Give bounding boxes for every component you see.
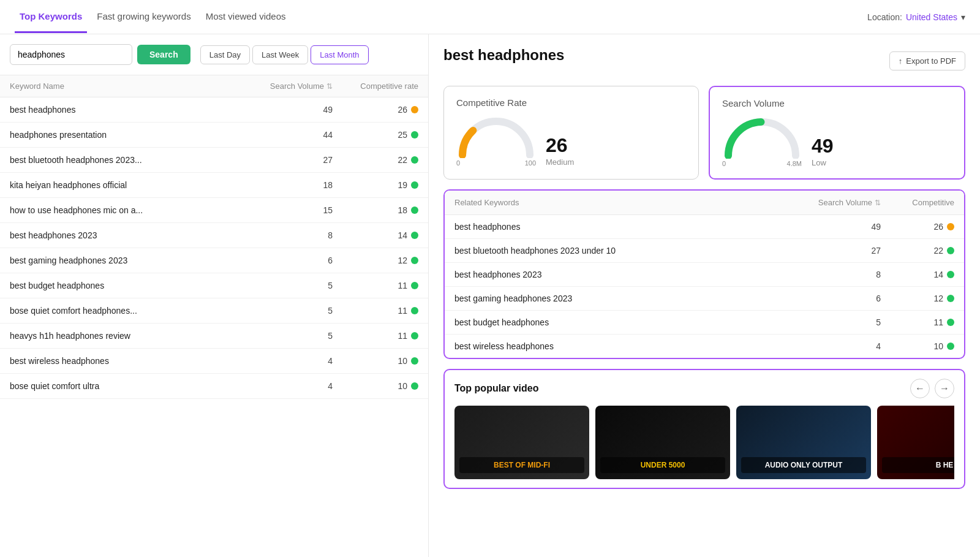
related-row[interactable]: best headphones 49 26 [445, 215, 964, 239]
related-cell-rate: 26 [881, 222, 954, 232]
video-thumb[interactable]: UNDER 5000 [595, 406, 730, 479]
cell-rate: 25 [333, 130, 418, 140]
search-volume-title: Search Volume [722, 98, 952, 108]
competitive-rate-label: Medium [546, 157, 574, 167]
cell-rate: 18 [333, 205, 418, 215]
app-root: Top Keywords Fast growing keywords Most … [0, 0, 980, 557]
metric-value-volume: 49 Low [812, 136, 834, 167]
export-button[interactable]: ↑ Export to PDF [889, 51, 965, 70]
sort-volume-icon[interactable]: ⇅ [326, 82, 333, 91]
table-row[interactable]: best gaming headphones 2023 6 12 [0, 248, 428, 273]
video-thumb-label: UNDER 5000 [600, 457, 725, 473]
search-volume-gauge: 0 4.8M 49 Low [722, 116, 952, 167]
related-col-rate-header: Competitive [881, 198, 954, 207]
related-cell-kw: best gaming headphones 2023 [454, 294, 807, 303]
search-volume-label: Low [812, 158, 834, 167]
related-rate-dot [947, 271, 954, 278]
video-thumb-label: B HE [882, 457, 954, 473]
sort-related-volume-icon[interactable]: ⇅ [875, 199, 881, 207]
location-link[interactable]: United States [906, 12, 957, 22]
related-row[interactable]: best gaming headphones 2023 6 12 [445, 287, 964, 311]
related-cell-kw: best headphones 2023 [454, 270, 807, 279]
table-row[interactable]: bose quiet comfort headphones... 5 11 [0, 298, 428, 324]
related-cell-kw: best wireless headphones [454, 341, 807, 351]
prev-arrow[interactable]: ← [910, 379, 930, 398]
related-row[interactable]: best bluetooth headphones 2023 under 10 … [445, 239, 964, 263]
cell-volume: 4 [253, 356, 333, 366]
cell-keyword: how to use headphones mic on a... [10, 205, 253, 215]
videos-header: Top popular video ← → [454, 379, 954, 398]
table-row[interactable]: heavys h1h headphones review 5 11 [0, 324, 428, 349]
gauge-svg-volume [722, 116, 802, 159]
related-rate-dot [947, 319, 954, 326]
cell-volume: 44 [253, 130, 333, 140]
col-keyword-header: Keyword Name [10, 81, 253, 91]
search-bar: Search Last Day Last Week Last Month [0, 34, 428, 75]
cell-keyword: bose quiet comfort ultra [10, 381, 253, 391]
cell-rate: 11 [333, 281, 418, 290]
related-rate-dot [947, 343, 954, 350]
video-thumbnails: BEST OF MID-FI UNDER 5000 AUDIO ONLY OUT… [454, 406, 954, 479]
filter-last-month[interactable]: Last Month [311, 45, 368, 64]
related-cell-rate: 11 [881, 317, 954, 327]
cell-keyword: bose quiet comfort headphones... [10, 306, 253, 316]
rate-dot [411, 207, 418, 214]
chevron-down-icon: ▾ [961, 12, 965, 22]
related-cell-vol: 5 [807, 317, 881, 327]
table-row[interactable]: bose quiet comfort ultra 4 10 [0, 374, 428, 399]
col-volume-header: Search Volume ⇅ [253, 81, 333, 91]
related-keywords-section: Related Keywords Search Volume ⇅ Competi… [443, 189, 965, 359]
table-row[interactable]: best headphones 2023 8 14 [0, 223, 428, 248]
gauge-wrap-volume [722, 116, 802, 159]
table-row[interactable]: best headphones 49 26 [0, 97, 428, 123]
related-col-vol-header: Search Volume ⇅ [807, 198, 881, 207]
tab-top-keywords[interactable]: Top Keywords [15, 1, 87, 33]
videos-title: Top popular video [454, 383, 538, 394]
search-volume-value: 49 [812, 136, 834, 156]
filter-last-day[interactable]: Last Day [200, 45, 250, 64]
rate-dot [411, 282, 418, 289]
table-row[interactable]: best wireless headphones 4 10 [0, 349, 428, 374]
location-label: Location: [867, 12, 902, 22]
video-thumb[interactable]: BEST OF MID-FI [454, 406, 589, 479]
video-thumb[interactable]: AUDIO ONLY OUTPUT [736, 406, 871, 479]
cell-volume: 5 [253, 281, 333, 290]
related-cell-rate: 22 [881, 246, 954, 256]
rate-dot [411, 156, 418, 164]
videos-section: Top popular video ← → BEST OF MID-FI UND… [443, 369, 965, 489]
related-row[interactable]: best headphones 2023 8 14 [445, 263, 964, 287]
table-row[interactable]: best budget headphones 5 11 [0, 273, 428, 298]
video-thumb-label: AUDIO ONLY OUTPUT [741, 457, 866, 473]
rate-dot [411, 106, 418, 113]
related-cell-rate: 14 [881, 270, 954, 279]
col-rate-header: Competitive rate [333, 81, 418, 91]
rate-dot [411, 307, 418, 314]
next-arrow[interactable]: → [935, 379, 954, 398]
tab-fast-growing[interactable]: Fast growing keywords [92, 1, 195, 33]
related-row[interactable]: best wireless headphones 4 10 [445, 335, 964, 358]
table-row[interactable]: best bluetooth headphones 2023... 27 22 [0, 148, 428, 173]
related-cell-rate: 10 [881, 341, 954, 351]
rate-dot [411, 232, 418, 239]
search-button[interactable]: Search [137, 45, 190, 64]
related-row[interactable]: best budget headphones 5 11 [445, 311, 964, 335]
video-thumb[interactable]: B HE [877, 406, 954, 479]
related-cell-kw: best bluetooth headphones 2023 under 10 [454, 246, 807, 256]
related-col-kw-header: Related Keywords [454, 198, 807, 207]
rate-dot [411, 131, 418, 138]
cell-volume: 15 [253, 205, 333, 215]
related-cell-kw: best headphones [454, 222, 807, 232]
filter-last-week[interactable]: Last Week [252, 45, 308, 64]
competitive-rate-title: Competitive Rate [456, 97, 686, 108]
tab-most-viewed[interactable]: Most viewed videos [201, 1, 291, 33]
competitive-rate-value: 26 [546, 135, 574, 155]
table-row[interactable]: kita heiyan headphones official 18 19 [0, 173, 428, 198]
related-body: best headphones 49 26 best bluetooth hea… [445, 215, 964, 358]
location-badge: Location: United States ▾ [867, 12, 965, 22]
table-row[interactable]: headphones presentation 44 25 [0, 123, 428, 148]
table-row[interactable]: how to use headphones mic on a... 15 18 [0, 198, 428, 223]
cell-volume: 5 [253, 306, 333, 316]
search-input[interactable] [10, 44, 132, 65]
cell-keyword: heavys h1h headphones review [10, 331, 253, 341]
filter-group: Last Day Last Week Last Month [200, 45, 369, 64]
